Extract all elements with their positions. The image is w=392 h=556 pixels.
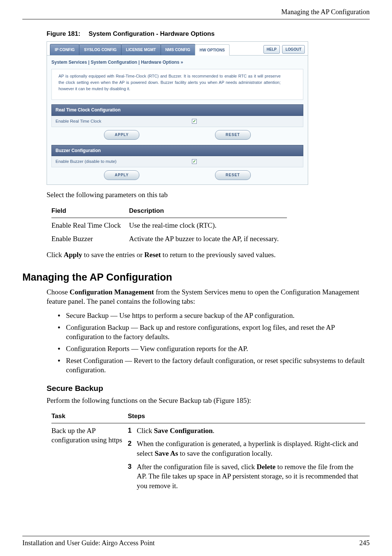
- list-item: Reset Configuration — Revert to the fact…: [58, 356, 370, 375]
- page-number: 245: [359, 538, 370, 548]
- step-item: 3After the configuration file is saved, …: [128, 462, 360, 491]
- rtc-reset-button[interactable]: RESET: [215, 130, 251, 140]
- buzzer-checkbox[interactable]: ✓: [192, 159, 197, 164]
- text: Click: [137, 427, 154, 435]
- screenshot-top-buttons: HELP LOGOUT: [263, 45, 305, 56]
- buzzer-reset-button[interactable]: RESET: [215, 170, 251, 180]
- paragraph: Perform the following functions on the S…: [47, 396, 370, 405]
- field-table: Field Description Enable Real Time Clock…: [51, 205, 287, 244]
- buzzer-row: Enable Buzzer (disable to mute) ✓: [51, 156, 303, 168]
- bold-text: Reset: [144, 251, 161, 259]
- help-button[interactable]: HELP: [263, 45, 280, 54]
- figure-title: System Configuration - Hardware Options: [89, 30, 215, 37]
- screenshot-panel: IP CONFIG SYSLOG CONFIG LICENSE MGMT NMS…: [47, 41, 308, 185]
- bold-text: Apply: [64, 251, 82, 259]
- tab-syslog-config[interactable]: SYSLOG CONFIG: [79, 44, 121, 55]
- page-footer: Installation and User Guide: Airgo Acces…: [0, 536, 392, 548]
- step-number: 1: [128, 426, 132, 435]
- table-header-row: Field Description: [51, 205, 287, 218]
- th-steps: Steps: [128, 410, 365, 423]
- step-item: 2When the configuration is generated, a …: [128, 439, 360, 458]
- list-item: Secure Backup — Use https to perform a s…: [58, 311, 370, 320]
- td-steps: 1Click Save Configuration. 2When the con…: [128, 423, 365, 495]
- header-rule: [22, 19, 370, 19]
- screenshot-topbar: IP CONFIG SYSLOG CONFIG LICENSE MGMT NMS…: [47, 42, 308, 56]
- td-description: Activate the AP buzzer to locate the AP,…: [129, 231, 287, 245]
- bold-text: Delete: [257, 463, 276, 471]
- text: Click: [47, 251, 64, 259]
- table-header-row: Task Steps: [51, 410, 365, 423]
- screenshot-tabs: IP CONFIG SYSLOG CONFIG LICENSE MGMT NMS…: [50, 44, 229, 55]
- check-icon: ✓: [193, 119, 196, 124]
- th-task: Task: [51, 410, 128, 423]
- rtc-row: Enable Real Time Clock ✓: [51, 116, 303, 127]
- rtc-section-header: Real Time Clock Configuration: [51, 104, 303, 116]
- step-number: 2: [128, 439, 132, 448]
- paragraph: Select the following parameters on this …: [47, 190, 370, 200]
- running-header: Managing the AP Configuration: [0, 0, 392, 19]
- rtc-apply-button[interactable]: APPLY: [104, 130, 139, 140]
- bold-text: Configuration Management: [70, 288, 154, 296]
- buzzer-row-label: Enable Buzzer (disable to mute): [56, 159, 192, 165]
- table-row: Enable Buzzer Activate the AP buzzer to …: [51, 231, 287, 245]
- figure-label: Figure 181:: [47, 30, 80, 37]
- check-icon: ✓: [193, 159, 196, 164]
- step-item: 1Click Save Configuration.: [128, 426, 360, 436]
- text: .: [213, 427, 215, 435]
- text: to save the entries or: [82, 251, 145, 259]
- text: to save the configuration locally.: [178, 449, 272, 457]
- running-title: Managing the AP Configuration: [281, 7, 370, 17]
- rtc-button-row: APPLY RESET: [51, 129, 303, 140]
- list-item: Configuration Reports — View configurati…: [58, 344, 370, 354]
- td-field: Enable Real Time Clock: [51, 218, 129, 231]
- buzzer-button-row: APPLY RESET: [51, 170, 303, 181]
- text: Choose: [47, 288, 70, 296]
- screenshot-description: AP is optionally equipped with Real-Time…: [51, 69, 303, 100]
- heading-1: Managing the AP Configuration: [22, 271, 370, 284]
- table-row: Enable Real Time Clock Use the real-time…: [51, 218, 287, 231]
- paragraph: Choose Configuration Management from the…: [47, 287, 370, 306]
- th-description: Description: [129, 205, 287, 218]
- tab-ip-config[interactable]: IP CONFIG: [50, 44, 79, 55]
- steps-list: 1Click Save Configuration. 2When the con…: [128, 426, 360, 491]
- heading-2: Secure Backup: [47, 383, 370, 394]
- bold-text: Save As: [155, 449, 178, 457]
- td-task: Back up the AP configuration using https: [51, 423, 128, 495]
- th-field: Field: [51, 205, 129, 218]
- logout-button[interactable]: LOGOUT: [282, 45, 305, 54]
- td-field: Enable Buzzer: [51, 231, 129, 245]
- breadcrumb: System Services | System Configuration |…: [47, 56, 308, 66]
- step-number: 3: [128, 462, 132, 471]
- footer-rule: [22, 536, 370, 536]
- rtc-checkbox[interactable]: ✓: [192, 119, 197, 124]
- rtc-row-label: Enable Real Time Clock: [56, 119, 192, 124]
- footer-row: Installation and User Guide: Airgo Acces…: [22, 538, 370, 548]
- tab-hw-options[interactable]: HW OPTIONS: [195, 44, 230, 56]
- tab-nms-config[interactable]: NMS CONFIG: [161, 44, 195, 55]
- bold-text: Save Configuration: [154, 427, 213, 435]
- footer-left: Installation and User Guide: Airgo Acces…: [22, 538, 155, 548]
- bullet-list: Secure Backup — Use https to perform a s…: [58, 311, 370, 375]
- td-description: Use the real-time clock (RTC).: [129, 218, 287, 231]
- task-table: Task Steps Back up the AP configuration …: [51, 410, 365, 496]
- tab-license-mgmt[interactable]: LICENSE MGMT: [121, 44, 161, 55]
- text: to return to the previously saved values…: [161, 251, 276, 259]
- table-row: Back up the AP configuration using https…: [51, 423, 365, 495]
- list-item: Configuration Backup — Back up and resto…: [58, 323, 370, 342]
- figure-caption: Figure 181:System Configuration - Hardwa…: [47, 30, 370, 38]
- buzzer-section-header: Buzzer Configuration: [51, 145, 303, 156]
- buzzer-apply-button[interactable]: APPLY: [104, 170, 139, 180]
- text: After the configuration file is saved, c…: [137, 463, 257, 471]
- paragraph: Click Apply to save the entries or Reset…: [47, 250, 370, 260]
